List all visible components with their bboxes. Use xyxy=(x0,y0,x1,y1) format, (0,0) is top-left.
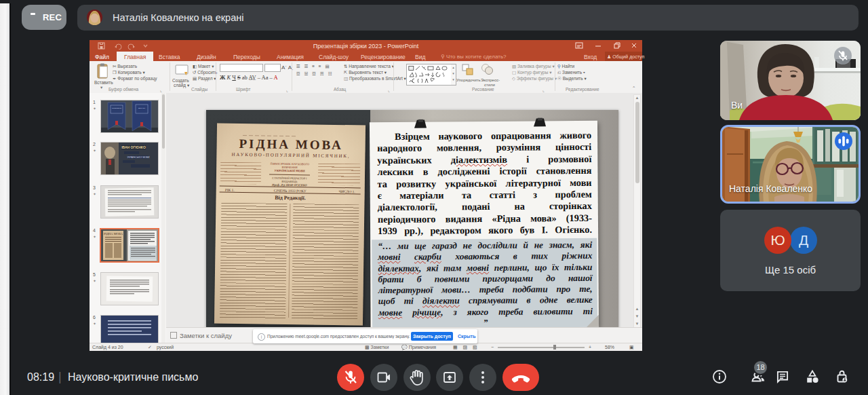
svg-text:УКРАЇНСЬКОЇ МОВИ: УКРАЇНСЬКОЇ МОВИ xyxy=(127,156,150,159)
svg-text:ЗБІРНИК: ЗБІРНИК xyxy=(138,107,146,109)
svg-text:РІДНА МОВА: РІДНА МОВА xyxy=(104,232,123,236)
svg-text:ІВАН ОГІЄНКО: ІВАН ОГІЄНКО xyxy=(121,145,146,149)
svg-text:ПРОБЛЕМИ: ПРОБЛЕМИ xyxy=(112,107,121,109)
